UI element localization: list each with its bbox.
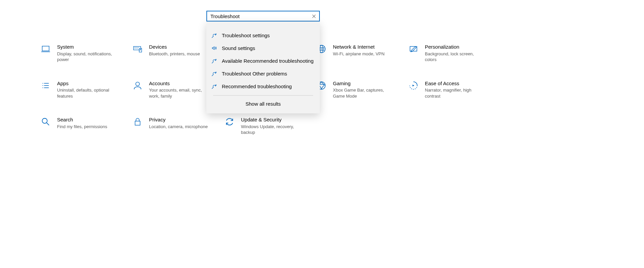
update-icon bbox=[224, 116, 235, 127]
tile-subtitle: Narrator, magnifier, high contrast bbox=[425, 87, 485, 99]
svg-line-29 bbox=[47, 123, 49, 125]
tile-apps[interactable]: Apps Uninstall, defaults, optional featu… bbox=[40, 80, 129, 99]
search-icon bbox=[40, 116, 51, 127]
tile-subtitle: Display, sound, notifications, power bbox=[57, 51, 117, 63]
tile-title: Devices bbox=[149, 44, 200, 50]
tile-personalization[interactable]: Personalization Background, lock screen,… bbox=[408, 44, 497, 63]
tile-subtitle: Bluetooth, printers, mouse bbox=[149, 51, 200, 57]
ease-icon bbox=[408, 80, 419, 91]
svg-marker-27 bbox=[412, 85, 414, 87]
svg-point-28 bbox=[42, 118, 47, 123]
tile-title: Personalization bbox=[425, 44, 485, 50]
tile-subtitle: Wi-Fi, airplane mode, VPN bbox=[333, 51, 385, 57]
show-all-results[interactable]: Show all results bbox=[206, 97, 320, 111]
tile-privacy[interactable]: Privacy Location, camera, microphone bbox=[132, 116, 221, 136]
tile-title: Update & Security bbox=[241, 116, 301, 123]
laptop-icon bbox=[40, 44, 51, 54]
tile-subtitle: Background, lock screen, colors bbox=[425, 51, 485, 63]
tile-title: Gaming bbox=[333, 80, 393, 87]
tile-ease-of-access[interactable]: Ease of Access Narrator, magnifier, high… bbox=[408, 80, 497, 99]
sound-icon bbox=[211, 45, 217, 51]
tile-subtitle: Location, camera, microphone bbox=[149, 124, 208, 130]
clear-icon[interactable] bbox=[310, 13, 317, 19]
svg-rect-30 bbox=[135, 121, 140, 125]
search-result-other-problems[interactable]: Troubleshoot Other problems bbox=[206, 67, 320, 80]
tile-system[interactable]: System Display, sound, notifications, po… bbox=[40, 44, 129, 63]
search-result-label: Available Recommended troubleshooting bbox=[222, 58, 313, 64]
tile-subtitle: Xbox Game Bar, captures, Game Mode bbox=[333, 87, 393, 99]
apps-icon bbox=[40, 80, 51, 91]
search-container: Troubleshoot settings Sound settings Ava… bbox=[206, 11, 320, 113]
tile-subtitle: Uninstall, defaults, optional features bbox=[57, 87, 117, 99]
search-box[interactable] bbox=[206, 11, 320, 21]
svg-rect-3 bbox=[139, 48, 142, 52]
wrench-icon bbox=[211, 70, 217, 76]
person-icon bbox=[132, 80, 143, 91]
tile-title: Search bbox=[57, 116, 107, 123]
keyboard-icon bbox=[132, 44, 143, 54]
wrench-icon bbox=[211, 83, 217, 89]
search-result-label: Troubleshoot settings bbox=[222, 33, 270, 38]
lock-icon bbox=[132, 116, 143, 127]
tile-subtitle: Windows Update, recovery, backup bbox=[241, 124, 301, 136]
pen-icon bbox=[408, 44, 419, 54]
search-result-recommended[interactable]: Recommended troubleshooting bbox=[206, 80, 320, 93]
search-results-dropdown: Troubleshoot settings Sound settings Ava… bbox=[206, 21, 320, 113]
tile-subtitle: Your accounts, email, sync, work, family bbox=[149, 87, 209, 99]
svg-rect-0 bbox=[42, 46, 49, 51]
tile-network[interactable]: Network & Internet Wi-Fi, airplane mode,… bbox=[316, 44, 405, 63]
tile-update-security[interactable]: Update & Security Windows Update, recove… bbox=[224, 116, 313, 136]
search-result-label: Recommended troubleshooting bbox=[222, 84, 292, 89]
search-result-label: Sound settings bbox=[222, 45, 255, 51]
tile-gaming[interactable]: Gaming Xbox Game Bar, captures, Game Mod… bbox=[316, 80, 405, 99]
tile-title: Ease of Access bbox=[425, 80, 485, 87]
tile-title: Apps bbox=[57, 80, 117, 87]
tile-title: Accounts bbox=[149, 80, 209, 87]
wrench-icon bbox=[211, 32, 217, 38]
search-result-troubleshoot-settings[interactable]: Troubleshoot settings bbox=[206, 29, 320, 42]
search-result-label: Troubleshoot Other problems bbox=[222, 71, 287, 76]
wrench-icon bbox=[211, 58, 217, 64]
tile-title: System bbox=[57, 44, 117, 50]
svg-point-24 bbox=[136, 82, 139, 86]
search-result-sound-settings[interactable]: Sound settings bbox=[206, 42, 320, 54]
tile-title: Privacy bbox=[149, 116, 208, 123]
search-result-available-recommended[interactable]: Available Recommended troubleshooting bbox=[206, 54, 320, 67]
search-input[interactable] bbox=[210, 13, 310, 19]
tile-subtitle: Find my files, permissions bbox=[57, 124, 107, 130]
tile-title: Network & Internet bbox=[333, 44, 385, 50]
divider bbox=[213, 95, 313, 96]
tile-search[interactable]: Search Find my files, permissions bbox=[40, 116, 129, 136]
